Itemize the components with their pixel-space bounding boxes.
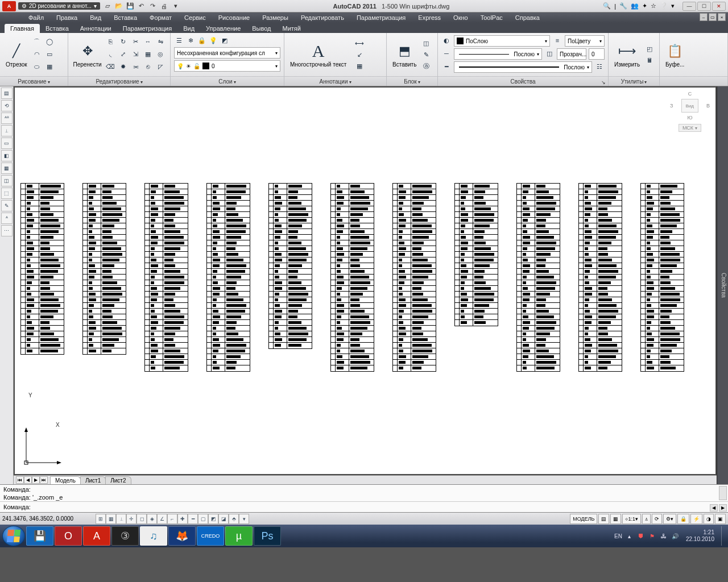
match-prop-icon[interactable]: ◐ [441, 35, 452, 45]
menu-toolpac[interactable]: ToolPac [475, 14, 508, 22]
taskbar-app-utorrent[interactable]: µ [225, 526, 253, 546]
plotstyle-dropdown[interactable]: ПоЦвету▾ [565, 35, 605, 47]
comm-icon[interactable]: 👥 [631, 2, 639, 10]
tool-12[interactable]: ⋯ [1, 225, 13, 236]
menu-help[interactable]: Справка [510, 14, 545, 22]
menu-view[interactable]: Вид [84, 14, 107, 22]
tab-custom[interactable]: Митяй [277, 24, 307, 33]
edit-block-icon[interactable]: ✎ [421, 49, 431, 60]
linetype-icon[interactable]: ─ [441, 48, 452, 59]
osnap-toggle[interactable]: ◻ [136, 514, 147, 524]
cmd-scroll-left[interactable]: ◀ [710, 504, 718, 512]
tool-8[interactable]: ◫ [1, 175, 13, 186]
lineweight-icon[interactable]: ≡ [552, 35, 562, 45]
menu-draw[interactable]: Рисование [213, 14, 255, 22]
tab-prev-icon[interactable]: ◀ [24, 476, 32, 484]
layer-iso-icon[interactable]: ◩ [220, 35, 230, 45]
save-icon[interactable]: 💾 [126, 2, 134, 10]
properties-palette-tab[interactable]: Свойства [717, 86, 728, 484]
list-icon[interactable]: ☷ [594, 61, 605, 72]
taskbar-app-autocad[interactable]: A [83, 526, 110, 546]
menu-file[interactable]: Файл [23, 14, 49, 22]
coordinates[interactable]: 241.3476, 346.3502, 0.0000 [2, 516, 93, 522]
ws-switch-icon[interactable]: ⚙▾ [663, 514, 676, 524]
tray-toggle[interactable]: ▾ [239, 514, 249, 524]
annoscale-button[interactable]: ⟐ 1:1 ▾ [622, 514, 641, 524]
trim-icon[interactable]: ✂ [130, 36, 140, 47]
tray-lang[interactable]: EN [614, 533, 622, 539]
tab-param[interactable]: Параметризация [117, 24, 177, 33]
stretch-icon[interactable]: ⇲ [130, 49, 140, 59]
tab-home[interactable]: Главная [5, 24, 40, 33]
taskbar-app-firefox[interactable]: 🦊 [168, 526, 196, 546]
taskbar-app-credo[interactable]: CREDO [197, 526, 224, 546]
tray-network-icon[interactable]: 🖧 [660, 532, 668, 540]
doc-close-button[interactable]: × [718, 13, 726, 21]
help-icon[interactable]: ❔ [660, 2, 668, 10]
tray-volume-icon[interactable]: 🔊 [671, 532, 679, 540]
linetype-dropdown[interactable]: Послою▾ [454, 48, 542, 60]
annovis-icon[interactable]: ⍋ [642, 514, 651, 524]
extend-icon[interactable]: ↔ [143, 36, 153, 47]
tool-2[interactable]: ⟲ [1, 100, 13, 111]
isolate-icon[interactable]: ◑ [704, 514, 714, 524]
rotate-icon[interactable]: ↻ [118, 36, 128, 47]
tab-model[interactable]: Модель [50, 476, 81, 484]
taskbar-app-opera[interactable]: O [55, 526, 82, 546]
tab-output[interactable]: Вывод [246, 24, 276, 33]
mtext-button[interactable]: A Многострочный текст [288, 41, 349, 69]
quickview-dwg[interactable]: ▦ [610, 514, 621, 524]
ucs-dropdown[interactable]: МСК▾ [679, 124, 701, 132]
hardware-accel-icon[interactable]: ⚡ [690, 514, 702, 524]
redo-icon[interactable]: ↷ [149, 2, 157, 10]
open-icon[interactable]: 📂 [115, 2, 123, 10]
maximize-button[interactable]: ☐ [697, 2, 711, 11]
mirror-icon[interactable]: ⇋ [155, 36, 166, 47]
dyn-toggle[interactable]: ✚ [177, 514, 188, 524]
new-icon[interactable]: ▱ [104, 2, 111, 10]
panel-modify-label[interactable]: Редактирование▾ [68, 76, 170, 86]
exchange-icon[interactable]: ✦ [642, 2, 647, 10]
close-button[interactable]: ✕ [712, 2, 726, 11]
join-icon[interactable]: ⫘ [130, 61, 140, 72]
polyline-icon[interactable]: ⌒ [32, 36, 42, 47]
panel-layers-label[interactable]: Слои▾ [171, 76, 284, 86]
tray-clock[interactable]: 1:2122.10.2010 [682, 529, 718, 543]
star-icon[interactable]: ☆ [651, 2, 656, 10]
layer-prop-icon[interactable]: ☰ [174, 35, 184, 45]
panel-props-label[interactable]: Свойства↘ [438, 76, 608, 86]
sc-toggle[interactable]: ◪ [218, 514, 229, 524]
tool-9[interactable]: ⬚ [1, 188, 13, 199]
create-block-icon[interactable]: ◫ [421, 38, 431, 48]
tray-up-icon[interactable]: ▴ [626, 532, 634, 540]
table-icon[interactable]: ▦ [351, 61, 368, 71]
start-button[interactable] [2, 526, 25, 546]
panel-block-label[interactable]: Блок▾ [387, 76, 437, 86]
menu-tools[interactable]: Сервис [179, 14, 212, 22]
cleanscreen-icon[interactable]: ▣ [715, 514, 726, 524]
app-logo[interactable]: A [2, 1, 16, 11]
transp-value[interactable]: 0 [589, 48, 605, 60]
menu-param[interactable]: Параметризация [351, 14, 411, 22]
workspace-switcher[interactable]: ⚙ 2D рисование и аннот... ▾ [18, 2, 100, 10]
line-button[interactable]: ╱ Отрезок [3, 41, 30, 69]
lw-icon[interactable]: ━ [441, 61, 452, 72]
menu-format[interactable]: Формат [144, 14, 177, 22]
leader-icon[interactable]: ↙ [351, 49, 368, 60]
chamfer-icon[interactable]: ◸ [155, 61, 166, 72]
layer-lock-icon[interactable]: 🔒 [197, 35, 207, 45]
tab-layout1[interactable]: Лист1 [80, 476, 106, 484]
menu-dim[interactable]: Размеры [257, 14, 294, 22]
grid-toggle[interactable]: ▦ [106, 514, 116, 524]
panel-annot-label[interactable]: Аннотации▾ [284, 76, 386, 86]
tab-layout2[interactable]: Лист2 [105, 476, 131, 484]
otrack-toggle[interactable]: ∠ [157, 514, 167, 524]
layer-freeze-icon[interactable]: ❄ [185, 35, 196, 45]
layer-off-icon[interactable]: 💡 [208, 35, 218, 45]
ellipse-icon[interactable]: ⬭ [32, 61, 42, 72]
tray-shield-icon[interactable]: ⛊ [637, 532, 645, 540]
menu-window[interactable]: Окно [448, 14, 474, 22]
qp-toggle[interactable]: ◩ [208, 514, 218, 524]
paste-button[interactable]: 📋 Буфе... [663, 41, 686, 69]
panel-draw-label[interactable]: Рисование▾ [0, 76, 68, 86]
